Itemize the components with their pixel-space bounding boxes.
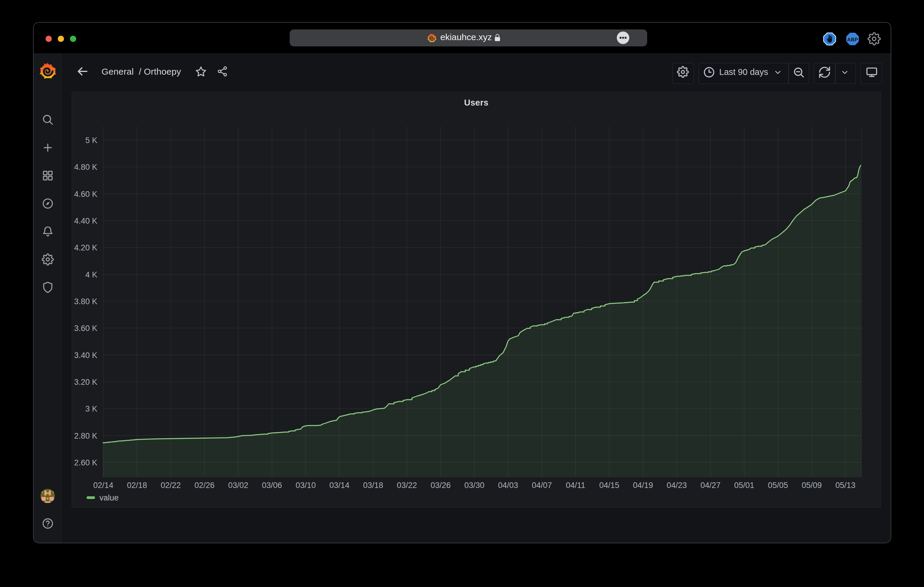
svg-text:02/18: 02/18 (127, 481, 147, 490)
svg-text:3 K: 3 K (85, 404, 97, 413)
svg-text:02/14: 02/14 (93, 481, 114, 490)
svg-text:4 K: 4 K (85, 270, 97, 279)
svg-text:3.20 K: 3.20 K (74, 378, 97, 386)
svg-text:03/22: 03/22 (397, 481, 417, 490)
svg-text:02/22: 02/22 (161, 481, 181, 490)
svg-text:3.80 K: 3.80 K (74, 297, 97, 306)
svg-text:4.60 K: 4.60 K (74, 190, 97, 199)
svg-text:04/23: 04/23 (667, 481, 687, 490)
svg-text:2.60 K: 2.60 K (74, 458, 97, 467)
svg-text:2.80 K: 2.80 K (74, 431, 97, 441)
svg-text:5 K: 5 K (85, 136, 97, 145)
svg-text:4.80 K: 4.80 K (74, 163, 97, 172)
svg-text:03/26: 03/26 (431, 481, 451, 490)
svg-text:04/19: 04/19 (633, 481, 653, 490)
svg-text:05/09: 05/09 (802, 481, 822, 490)
svg-text:04/27: 04/27 (700, 481, 721, 490)
svg-text:03/10: 03/10 (295, 481, 316, 490)
svg-text:03/06: 03/06 (262, 481, 282, 490)
svg-text:4.40 K: 4.40 K (74, 217, 97, 225)
svg-text:04/11: 04/11 (566, 481, 586, 490)
svg-text:4.20 K: 4.20 K (74, 243, 97, 252)
svg-text:05/13: 05/13 (835, 481, 856, 490)
svg-text:04/03: 04/03 (498, 481, 518, 490)
svg-text:04/15: 04/15 (599, 481, 619, 490)
svg-text:03/14: 03/14 (329, 481, 350, 490)
svg-text:05/01: 05/01 (734, 481, 754, 490)
svg-text:03/30: 03/30 (464, 481, 485, 490)
svg-text:3.40 K: 3.40 K (74, 351, 97, 360)
svg-text:3.60 K: 3.60 K (74, 324, 97, 333)
svg-text:02/26: 02/26 (195, 481, 214, 490)
svg-text:value: value (99, 493, 119, 502)
svg-text:ABP: ABP (847, 36, 858, 43)
svg-text:04/07: 04/07 (532, 481, 552, 490)
svg-text:03/18: 03/18 (363, 481, 383, 490)
svg-text:03/02: 03/02 (228, 481, 249, 490)
svg-text:05/05: 05/05 (768, 481, 788, 490)
